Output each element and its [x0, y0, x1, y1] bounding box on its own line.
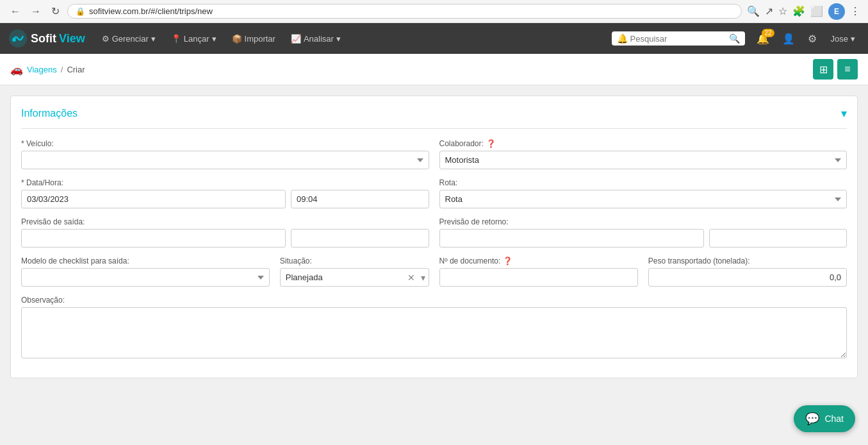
extensions-icon[interactable]: 🧩: [792, 5, 805, 17]
colaborador-select[interactable]: Motorista: [439, 151, 848, 169]
ndocumento-help-icon[interactable]: ❓: [503, 256, 512, 265]
data-hora-label: * Data/Hora:: [21, 178, 429, 187]
situation-clear-icon[interactable]: ✕: [407, 273, 415, 283]
chevron-down-icon: ▾: [336, 34, 341, 44]
import-icon: 📦: [232, 34, 242, 44]
form-row-5: Observação:: [21, 296, 847, 358]
grid-icon: ⊞: [819, 63, 828, 76]
action-btn-1[interactable]: ⊞: [813, 59, 833, 80]
situacao-wrapper: Planejada ✕ ▾: [280, 268, 429, 287]
brand-view: View: [59, 32, 85, 46]
brand: SofitView: [8, 28, 85, 49]
observacao-textarea[interactable]: [21, 307, 847, 358]
breadcrumb-parent[interactable]: Viagens: [27, 65, 57, 74]
reload-button[interactable]: ↻: [49, 4, 62, 19]
split-icon[interactable]: ⬜: [810, 5, 823, 17]
url-text: sofitview.com.br/#/client/trips/new: [89, 6, 213, 16]
ndocumento-label: Nº de documento: ❓: [439, 256, 638, 265]
modelo-checklist-group: Modelo de checklist para saída:: [21, 256, 270, 287]
previsao-retorno-label: Previsão de retorno:: [439, 217, 848, 226]
hora-input[interactable]: [291, 190, 429, 208]
main-content: Informações ▾ * Veículo: Colaborador: ❓ …: [0, 85, 868, 445]
lock-icon: 🔒: [76, 7, 85, 16]
previsao-saida-datetime: [21, 229, 429, 248]
chat-button[interactable]: 💬 Chat: [794, 405, 855, 432]
forward-button[interactable]: →: [28, 4, 44, 19]
modelo-checklist-select[interactable]: [21, 268, 270, 287]
user-settings-icon[interactable]: 👤: [778, 30, 799, 47]
breadcrumb-separator: /: [61, 65, 63, 74]
peso-input[interactable]: [648, 268, 847, 287]
datetime-wrapper: [21, 190, 429, 208]
observacao-group: Observação:: [21, 296, 847, 358]
veiculo-group: * Veículo:: [21, 139, 429, 169]
gear-icon: ⚙: [102, 34, 110, 44]
user-name: Jose: [831, 34, 848, 44]
colaborador-group: Colaborador: ❓ Motorista: [439, 139, 848, 169]
nav-importar[interactable]: 📦 Importar: [225, 30, 282, 47]
pin-icon: 📍: [171, 34, 181, 44]
previsao-retorno-date[interactable]: [439, 229, 704, 248]
collapse-button[interactable]: ▾: [841, 106, 847, 121]
data-hora-group: * Data/Hora:: [21, 178, 429, 208]
nav-right: 🔔 22 👤 ⚙ Jose ▾: [753, 30, 860, 47]
star-icon[interactable]: ☆: [778, 5, 787, 17]
rota-group: Rota: Rota: [439, 178, 848, 208]
notification-bell[interactable]: 🔔 22: [753, 30, 773, 47]
chart-icon: 📈: [291, 34, 301, 44]
table-icon: ≡: [844, 63, 850, 75]
previsao-saida-date[interactable]: [21, 229, 286, 248]
back-button[interactable]: ←: [8, 4, 23, 19]
form-section-header: Informações ▾: [21, 106, 847, 129]
situacao-group: Situação: Planejada ✕ ▾: [280, 256, 429, 287]
previsao-saida-time[interactable]: [291, 229, 429, 248]
user-menu[interactable]: Jose ▾: [826, 31, 860, 46]
menu-icon[interactable]: ⋮: [850, 5, 860, 17]
svg-point-1: [12, 38, 16, 42]
form-row-4: Modelo de checklist para saída: Situação…: [21, 256, 847, 287]
ndocumento-input[interactable]: [439, 268, 638, 287]
form-row-1: * Veículo: Colaborador: ❓ Motorista: [21, 139, 847, 169]
previsao-retorno-group: Previsão de retorno:: [439, 217, 848, 248]
situation-chevron-icon: ▾: [421, 273, 425, 283]
user-avatar[interactable]: E: [828, 3, 845, 20]
brand-logo-icon: [8, 28, 28, 49]
previsao-saida-group: Previsão de saída:: [21, 217, 429, 248]
breadcrumb-actions: ⊞ ≡: [813, 59, 858, 80]
peso-group: Peso transportado (tonelada):: [648, 256, 847, 287]
veiculo-label: * Veículo:: [21, 139, 429, 148]
observacao-label: Observação:: [21, 296, 847, 305]
previsao-retorno-time[interactable]: [709, 229, 848, 248]
colaborador-help-icon[interactable]: ❓: [486, 139, 496, 148]
veiculo-select[interactable]: [21, 151, 429, 169]
search-input[interactable]: [630, 34, 726, 44]
search-box: 🔔 🔍: [612, 31, 745, 46]
form-row-2: * Data/Hora: Rota: Rota: [21, 178, 847, 208]
search-submit-icon[interactable]: 🔍: [729, 33, 740, 44]
trips-icon: 🚗: [10, 63, 23, 76]
situacao-label: Situação:: [280, 256, 429, 265]
chat-icon: 💬: [805, 412, 819, 426]
nav-lancar[interactable]: 📍 Lançar ▾: [165, 30, 223, 47]
colaborador-label: Colaborador: ❓: [439, 139, 848, 148]
brand-sofit: Sofit: [31, 32, 56, 46]
chevron-down-icon: ▾: [212, 34, 217, 44]
search-browser-icon[interactable]: 🔍: [747, 5, 760, 17]
breadcrumb-bar: 🚗 Viagens / Criar ⊞ ≡: [0, 54, 868, 85]
rota-select[interactable]: Rota: [439, 190, 848, 208]
share-icon[interactable]: ↗: [765, 5, 773, 17]
form-row-3: Previsão de saída: Previsão de retorno:: [21, 217, 847, 248]
nav-gerenciar[interactable]: ⚙ Gerenciar ▾: [95, 30, 162, 47]
previsao-retorno-datetime: [439, 229, 848, 248]
form-card: Informações ▾ * Veículo: Colaborador: ❓ …: [10, 96, 858, 378]
breadcrumb: 🚗 Viagens / Criar: [10, 63, 85, 76]
previsao-saida-label: Previsão de saída:: [21, 217, 429, 226]
modelo-checklist-label: Modelo de checklist para saída:: [21, 256, 270, 265]
nav-analisar[interactable]: 📈 Analisar ▾: [284, 30, 347, 47]
address-bar[interactable]: 🔒 sofitview.com.br/#/client/trips/new: [67, 4, 742, 19]
rota-label: Rota:: [439, 178, 848, 187]
settings-icon[interactable]: ⚙: [804, 30, 821, 47]
data-input[interactable]: [21, 190, 286, 208]
search-icon: 🔔: [617, 33, 628, 44]
action-btn-2[interactable]: ≡: [837, 59, 858, 80]
